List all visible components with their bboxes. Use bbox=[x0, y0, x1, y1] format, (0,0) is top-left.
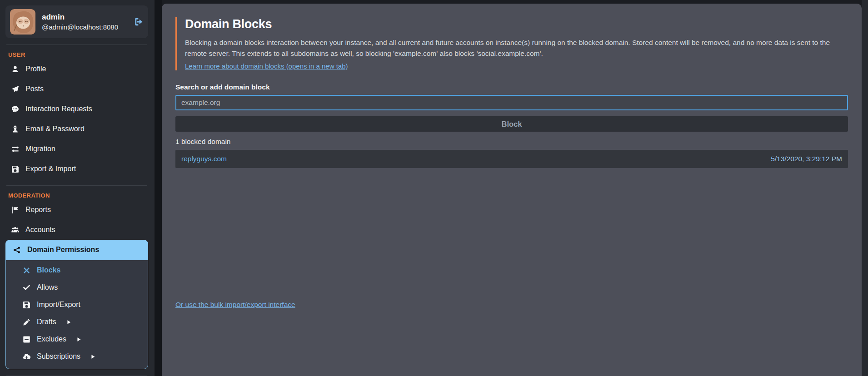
floppy-icon bbox=[10, 165, 20, 173]
sign-out-icon bbox=[134, 17, 144, 27]
sidebar-item-label: Email & Password bbox=[25, 125, 85, 133]
sidebar-item-domain-permissions[interactable]: Domain Permissions bbox=[5, 240, 148, 260]
blocked-domain-link[interactable]: replyguys.com bbox=[181, 155, 227, 163]
section-title-user: USER bbox=[8, 51, 146, 58]
section-title-moderation: MODERATION bbox=[8, 192, 146, 199]
check-icon bbox=[21, 284, 31, 292]
pencil-icon bbox=[21, 318, 31, 326]
user-secret-icon bbox=[10, 125, 20, 133]
settings-sidebar: admin @admin@localhost:8080 USER Profile… bbox=[0, 0, 155, 376]
comment-dots-icon bbox=[10, 105, 20, 113]
submenu-item-label: Excludes bbox=[37, 335, 66, 343]
cloud-download-icon bbox=[21, 353, 31, 361]
sidebar-item-label: Reports bbox=[25, 206, 51, 214]
flag-icon bbox=[10, 206, 20, 214]
scrollbar[interactable] bbox=[862, 0, 868, 376]
sidebar-item-email-password[interactable]: Email & Password bbox=[5, 119, 148, 139]
sidebar-item-posts[interactable]: Posts bbox=[5, 79, 148, 99]
sidebar-item-label: Posts bbox=[25, 85, 44, 93]
blocked-domain-date: 5/13/2020, 3:29:12 PM bbox=[771, 155, 842, 163]
users-icon bbox=[10, 226, 20, 234]
floppy-icon bbox=[21, 301, 31, 309]
sign-out-button[interactable] bbox=[134, 17, 144, 27]
submenu-item-label: Blocks bbox=[37, 266, 60, 274]
submenu-item-drafts[interactable]: Drafts bbox=[18, 313, 145, 331]
sidebar-item-interaction-requests[interactable]: Interaction Requests bbox=[5, 99, 148, 119]
sidebar-item-reports[interactable]: Reports bbox=[5, 200, 148, 220]
submenu-item-subscriptions[interactable]: Subscriptions bbox=[18, 348, 145, 365]
sidebar-item-label: Domain Permissions bbox=[27, 246, 99, 254]
sidebar-item-export-import[interactable]: Export & Import bbox=[5, 159, 148, 179]
page-header: Domain Blocks Blocking a domain blocks i… bbox=[175, 17, 848, 70]
x-icon bbox=[21, 267, 31, 274]
search-label: Search or add domain block bbox=[175, 83, 848, 91]
bulk-import-export-link[interactable]: Or use the bulk import/export interface bbox=[175, 301, 295, 309]
layout-gutter bbox=[155, 0, 162, 376]
paper-plane-icon bbox=[10, 85, 20, 93]
minus-square-icon bbox=[21, 336, 31, 343]
share-nodes-icon bbox=[12, 246, 22, 254]
sidebar-divider bbox=[6, 185, 147, 186]
user-icon bbox=[10, 65, 20, 73]
user-card: admin @admin@localhost:8080 bbox=[5, 5, 148, 38]
page-description: Blocking a domain blocks interaction bet… bbox=[185, 37, 848, 59]
sidebar-item-label: Accounts bbox=[25, 226, 55, 234]
submenu-item-blocks[interactable]: Blocks bbox=[18, 262, 145, 279]
caret-right-icon bbox=[66, 320, 71, 325]
sidebar-item-migration[interactable]: Migration bbox=[5, 139, 148, 159]
domain-permissions-submenu: Blocks Allows Import/Export Drafts bbox=[5, 260, 148, 369]
page-title: Domain Blocks bbox=[185, 17, 848, 31]
block-button[interactable]: Block bbox=[175, 116, 848, 132]
sidebar-item-label: Export & Import bbox=[25, 165, 76, 173]
submenu-item-import-export[interactable]: Import/Export bbox=[18, 296, 145, 313]
submenu-item-label: Import/Export bbox=[37, 301, 80, 309]
sidebar-item-label: Migration bbox=[25, 145, 55, 153]
caret-right-icon bbox=[76, 337, 81, 342]
blocked-domain-count: 1 blocked domain bbox=[175, 138, 848, 146]
submenu-item-label: Subscriptions bbox=[37, 352, 80, 361]
search-field: Search or add domain block bbox=[175, 83, 848, 110]
learn-more-link[interactable]: Learn more about domain blocks (opens in… bbox=[185, 62, 348, 70]
domain-search-input[interactable] bbox=[175, 95, 848, 110]
domain-blocks-panel: Domain Blocks Blocking a domain blocks i… bbox=[162, 4, 862, 376]
submenu-item-label: Allows bbox=[37, 283, 58, 292]
sidebar-divider bbox=[6, 45, 147, 45]
sidebar-item-label: Interaction Requests bbox=[25, 105, 92, 113]
user-handle: @admin@localhost:8080 bbox=[42, 23, 127, 31]
username: admin bbox=[42, 13, 127, 22]
submenu-item-label: Drafts bbox=[37, 318, 56, 326]
submenu-item-excludes[interactable]: Excludes bbox=[18, 331, 145, 348]
sidebar-item-profile[interactable]: Profile bbox=[5, 59, 148, 79]
avatar bbox=[10, 9, 35, 35]
blocked-domain-row[interactable]: replyguys.com 5/13/2020, 3:29:12 PM bbox=[175, 150, 848, 168]
submenu-item-allows[interactable]: Allows bbox=[18, 279, 145, 296]
exchange-icon bbox=[10, 145, 20, 153]
sidebar-item-accounts[interactable]: Accounts bbox=[5, 220, 148, 240]
sidebar-item-label: Profile bbox=[25, 65, 46, 73]
caret-right-icon bbox=[90, 354, 95, 359]
